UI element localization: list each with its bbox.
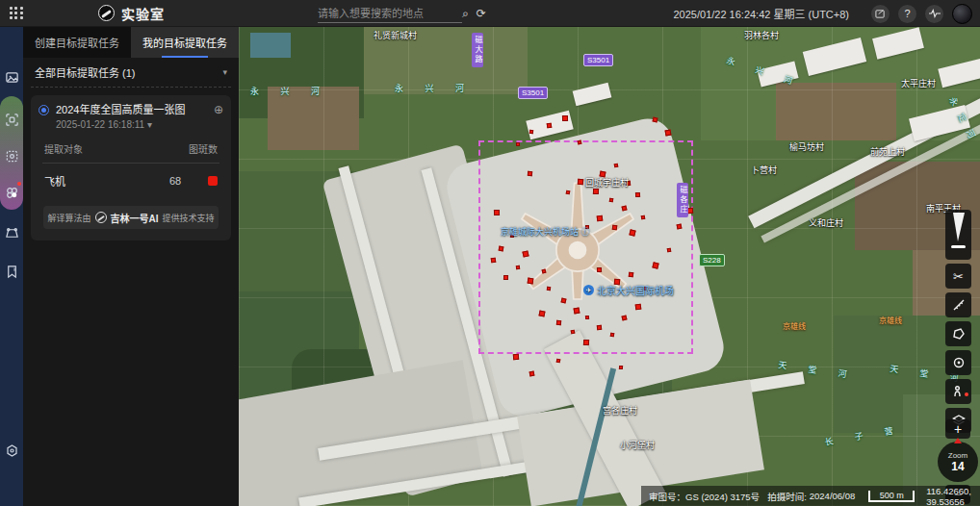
scan-detect-tool-button[interactable] <box>0 144 23 167</box>
map-status-bar: 审图号： GS (2024) 3175号 拍摄时间: 2024/06/08 50… <box>641 486 980 506</box>
aircraft-detection-marker[interactable] <box>610 333 615 338</box>
aircraft-detection-marker[interactable] <box>609 198 614 203</box>
aircraft-detection-marker[interactable] <box>574 308 580 315</box>
polygon-select-tool-button[interactable] <box>945 321 971 346</box>
aircraft-detection-marker[interactable] <box>491 258 497 264</box>
zoom-in-button[interactable]: + <box>945 419 970 439</box>
imagery-tool-button[interactable] <box>0 65 23 89</box>
tab-create-task[interactable]: 创建目标提取任务 <box>23 27 131 58</box>
aircraft-detection-marker[interactable] <box>528 171 532 176</box>
table-row[interactable]: 飞机 68 <box>42 164 219 192</box>
extraction-roi-rectangle[interactable] <box>478 140 693 354</box>
aircraft-detection-marker[interactable] <box>597 267 602 272</box>
aircraft-detection-marker[interactable] <box>687 208 693 214</box>
detection-table: 提取对象 图斑数 飞机 68 <box>42 141 219 192</box>
ai-cluster-tool-button[interactable] <box>0 181 23 204</box>
legend-color-swatch <box>208 176 218 186</box>
swipe-compare-tool-button[interactable] <box>945 210 971 260</box>
user-avatar[interactable] <box>952 4 972 24</box>
swipe-handle[interactable] <box>951 245 966 248</box>
aircraft-detection-marker[interactable] <box>667 248 672 253</box>
task-title: 2024年度全国高质量一张图 <box>56 103 207 116</box>
aircraft-detection-marker[interactable] <box>547 287 551 291</box>
task-panel: 创建目标提取任务 我的目标提取任务 全部目标提取任务 (1) ▾ 2024年度全… <box>23 27 239 506</box>
aircraft-detection-marker[interactable] <box>626 181 631 186</box>
algo-suffix: 提供技术支持 <box>163 212 215 224</box>
app-launcher-icon[interactable] <box>10 7 23 20</box>
algo-prefix: 解译算法由 <box>47 212 90 224</box>
tool-notification-dot <box>965 392 968 396</box>
aircraft-detection-marker[interactable] <box>614 279 621 286</box>
aircraft-detection-marker[interactable] <box>585 225 589 229</box>
bookmark-tool-button[interactable] <box>0 260 23 283</box>
zoom-level-value: 14 <box>951 460 964 473</box>
aircraft-detection-marker[interactable] <box>643 287 647 291</box>
aircraft-detection-marker[interactable] <box>516 142 520 146</box>
satellite-map[interactable]: 礼贤新城村羽林各村太平庄村永 兴 河永 兴 河永 兴 河S3501S3501磁大… <box>239 27 980 506</box>
aircraft-detection-marker[interactable] <box>538 310 545 316</box>
target-extraction-tool-button[interactable] <box>0 108 23 131</box>
notification-dot <box>17 182 21 186</box>
clip-scissors-tool-button[interactable]: ✂ <box>945 264 971 289</box>
aircraft-detection-marker[interactable] <box>585 316 589 319</box>
aircraft-detection-marker[interactable] <box>583 340 589 345</box>
aircraft-detection-marker[interactable] <box>547 123 553 129</box>
aircraft-detection-marker[interactable] <box>599 170 606 177</box>
zoom-level-dial[interactable]: Zoom 14 <box>938 442 978 482</box>
divider <box>31 87 231 88</box>
aircraft-detection-marker[interactable] <box>612 225 618 231</box>
object-count: 68 <box>169 175 208 187</box>
task-card[interactable]: 2024年度全国高质量一张图 ⊕ 2025-01-22 16:18:11 ▾ 提… <box>31 95 231 240</box>
aircraft-detection-marker[interactable] <box>516 266 520 269</box>
settings-gear-icon[interactable] <box>0 439 23 462</box>
aircraft-detection-marker[interactable] <box>510 234 514 238</box>
aircraft-detection-marker[interactable] <box>499 246 504 252</box>
top-bar: 实验室 ⌕ ⟳ 2025/01/22 16:24:42 星期三 (UTC+8) … <box>0 0 980 27</box>
task-radio[interactable] <box>39 105 49 115</box>
refresh-icon[interactable]: ⟳ <box>477 7 486 20</box>
aircraft-detection-marker[interactable] <box>513 354 519 360</box>
location-search-input[interactable] <box>318 8 454 19</box>
tab-my-tasks[interactable]: 我的目标提取任务 <box>131 27 239 58</box>
jilin1-logo-icon <box>98 5 115 21</box>
aircraft-detection-marker[interactable] <box>529 371 535 377</box>
aircraft-detection-marker[interactable] <box>665 130 672 137</box>
aircraft-detection-marker[interactable] <box>635 192 640 197</box>
locate-target-tool-button[interactable] <box>945 350 971 375</box>
feedback-icon[interactable] <box>871 5 890 23</box>
task-timestamp[interactable]: 2025-01-22 16:18:11 ▾ <box>56 119 223 130</box>
aircraft-detection-marker[interactable] <box>677 224 683 230</box>
aircraft-detection-marker[interactable] <box>562 115 568 121</box>
task-filter-dropdown[interactable]: 全部目标提取任务 (1) ▾ <box>23 58 239 87</box>
aircraft-detection-marker[interactable] <box>578 179 584 186</box>
aircraft-detection-marker[interactable] <box>635 304 642 311</box>
search-icon[interactable]: ⌕ <box>462 7 469 20</box>
aircraft-detection-marker[interactable] <box>571 330 576 335</box>
aircraft-detection-marker[interactable] <box>556 320 561 325</box>
aircraft-detection-marker[interactable] <box>566 190 571 195</box>
aircraft-detection-marker[interactable] <box>619 366 623 369</box>
activity-icon[interactable] <box>925 5 943 23</box>
aircraft-detection-marker[interactable] <box>614 164 619 168</box>
measure-ruler-tool-button[interactable] <box>945 292 971 317</box>
aircraft-detection-marker[interactable] <box>641 215 646 220</box>
polygon-draw-tool-button[interactable] <box>0 221 23 244</box>
aircraft-detection-marker[interactable] <box>529 130 533 134</box>
aircraft-detection-marker[interactable] <box>556 359 561 364</box>
street-view-tool-button[interactable] <box>945 379 971 404</box>
help-icon[interactable]: ? <box>898 5 916 23</box>
algorithm-credit-button[interactable]: 解译算法由 吉林一号AI 提供技术支持 <box>43 206 219 229</box>
aircraft-detection-marker[interactable] <box>597 325 602 330</box>
aircraft-detection-marker[interactable] <box>494 210 500 215</box>
aircraft-detection-marker[interactable] <box>528 278 534 285</box>
datetime-display: 2025/01/22 16:24:42 星期三 (UTC+8) <box>673 6 849 21</box>
swipe-wedge-icon <box>953 213 965 241</box>
jilin1-ai-logo-icon <box>95 212 107 223</box>
aircraft-detection-marker[interactable] <box>629 272 634 278</box>
aircraft-detection-marker[interactable] <box>597 215 604 222</box>
download-icon[interactable]: ⊕ <box>214 103 223 116</box>
capture-time-value: 2024/06/08 <box>810 491 856 501</box>
aircraft-detection-marker[interactable] <box>503 275 508 280</box>
aircraft-detection-marker[interactable] <box>593 189 599 194</box>
cursor-coordinates: 116.42660, 39.53656 <box>926 486 980 506</box>
